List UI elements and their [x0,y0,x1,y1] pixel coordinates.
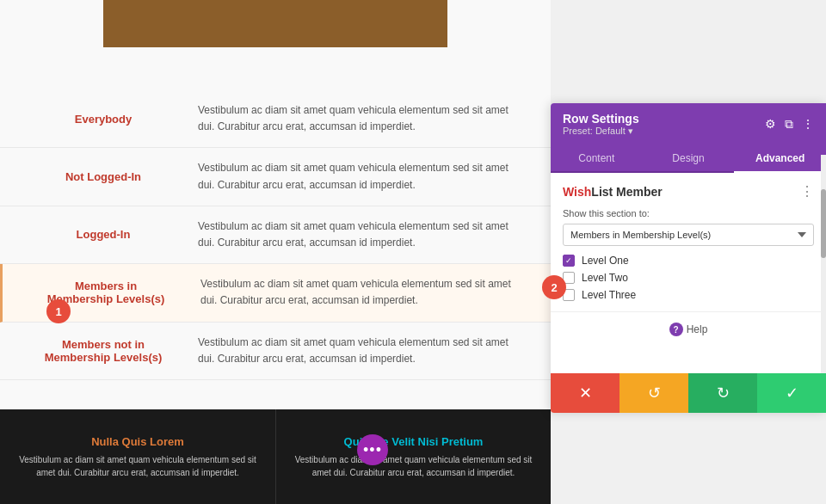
checkbox-level-one-box[interactable]: ✓ [563,255,575,267]
row-text-members-not: Vestibulum ac diam sit amet quam vehicul… [181,335,525,367]
redo-button[interactable]: ↻ [688,373,757,413]
checkmark-icon: ✓ [565,256,572,265]
row-settings-panel: Row Settings Preset: Default ▾ ⚙ ⧉ ⋮ Con… [551,103,826,413]
bottom-cards: Nulla Quis Lorem Vestibulum ac diam sit … [0,409,551,504]
rows-container: Everybody Vestibulum ac diam sit amet qu… [0,90,551,380]
help-icon: ? [669,323,683,336]
wishlist-more-icon[interactable]: ⋮ [800,183,814,200]
more-icon[interactable]: ⋮ [802,117,814,132]
card-quisque-body: Vestibulum ac diam sit amet quam vehicul… [287,453,540,479]
row-text-members-in: Vestibulum ac diam sit amet quam vehicul… [183,276,525,309]
checkbox-level-two[interactable]: Level Two [563,272,814,284]
cancel-icon: ✕ [579,384,592,403]
row-members-in: Members inMembership Levels(s) Vestibulu… [0,264,551,322]
reset-icon: ↺ [648,384,661,403]
cancel-button[interactable]: ✕ [551,373,620,413]
panel-tabs: Content Design Advanced [551,145,826,173]
level-two-label: Level Two [582,272,628,284]
row-label-not-logged-in: Not Logged-In [26,170,181,183]
show-section-label: Show this section to: [563,208,814,218]
wishlist-header: WishList Member ⋮ [563,183,814,200]
row-label-everybody: Everybody [26,113,181,126]
help-link[interactable]: ? Help [563,323,814,336]
fab-dots-button[interactable]: ••• [357,434,388,465]
row-label-logged-in: Logged-In [26,228,181,241]
settings-icon[interactable]: ⚙ [765,117,776,132]
confirm-button[interactable]: ✓ [757,373,826,413]
row-text-not-logged-in: Vestibulum ac diam sit amet quam vehicul… [181,160,525,193]
step-badge-1: 1 [46,299,71,323]
scrollbar-thumb [821,189,826,258]
row-everybody: Everybody Vestibulum ac diam sit amet qu… [0,90,551,148]
panel-preset: Preset: Default ▾ [563,126,639,137]
wishlist-title: WishList Member [563,185,663,199]
redo-icon: ↻ [717,384,730,403]
help-section: ? Help [551,312,826,347]
panel-header-icons: ⚙ ⧉ ⋮ [765,117,814,132]
row-text-logged-in: Vestibulum ac diam sit amet quam vehicul… [181,218,525,251]
wishlist-section: WishList Member ⋮ Show this section to: … [551,173,826,312]
checkbox-level-three[interactable]: Level Three [563,289,814,301]
row-logged-in: Logged-In Vestibulum ac diam sit amet qu… [0,206,551,264]
level-one-label: Level One [582,255,629,267]
card-nulla-title: Nulla Quis Lorem [91,435,184,448]
card-nulla: Nulla Quis Lorem Vestibulum ac diam sit … [0,409,275,504]
checkbox-level-one[interactable]: ✓ Level One [563,255,814,267]
content-banner [103,0,447,47]
tab-design[interactable]: Design [643,145,735,171]
reset-button[interactable]: ↺ [620,373,688,413]
tab-content[interactable]: Content [551,145,643,171]
row-members-not: Members not inMembership Levels(s) Vesti… [0,323,551,380]
panel-header: Row Settings Preset: Default ▾ ⚙ ⧉ ⋮ [551,103,826,145]
step-badge-2: 2 [542,275,566,299]
panel-scrollbar[interactable] [821,155,826,396]
row-text-everybody: Vestibulum ac diam sit amet quam vehicul… [181,102,525,135]
level-checkboxes: ✓ Level One Level Two Level Three [563,255,814,301]
main-content: Everybody Vestibulum ac diam sit amet qu… [0,0,551,504]
row-label-members-not: Members not inMembership Levels(s) [26,338,181,364]
card-nulla-body: Vestibulum ac diam sit amet quam vehicul… [10,453,265,479]
panel-footer: ✕ ↺ ↻ ✓ [551,373,826,413]
dots-icon: ••• [363,441,382,459]
confirm-icon: ✓ [786,384,798,403]
row-not-logged-in: Not Logged-In Vestibulum ac diam sit ame… [0,148,551,206]
wish-text: Wish [563,185,591,199]
panel-body: WishList Member ⋮ Show this section to: … [551,173,826,347]
duplicate-icon[interactable]: ⧉ [785,117,793,132]
list-text: List Member [591,185,662,199]
level-three-label: Level Three [582,289,636,301]
show-section-select[interactable]: Everybody Not Logged-In Logged-In Member… [563,224,814,246]
panel-title: Row Settings [563,112,639,126]
help-label: Help [687,323,708,335]
card-quisque: Quisque Velit Nisi Pretium Vestibulum ac… [275,409,551,504]
tab-advanced[interactable]: Advanced [734,145,826,173]
